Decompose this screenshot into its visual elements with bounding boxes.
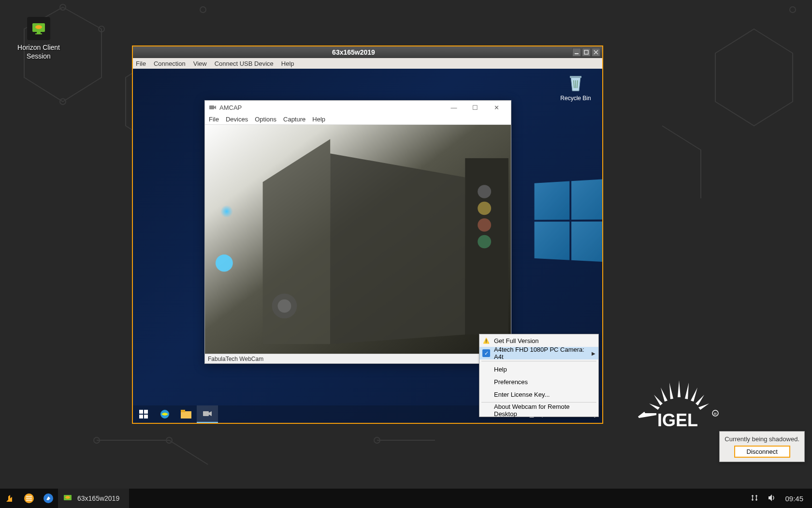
explorer-button[interactable] [175,405,197,423]
shadow-message: Currently being shadowed. [725,435,799,443]
remote-menubar: File Connection View Connect USB Device … [133,58,602,69]
desktop-icon-label: Horizon Client Session [17,43,60,60]
webcam-context-menu: ⚠️ Get Full Version ✓ A4tech FHD 1080P P… [479,334,599,417]
igel-task-remote-session[interactable]: 63x165w2019 [58,489,129,508]
amcap-window: AMCAP — ☐ ✕ File Devices Options Capture… [204,100,511,364]
svg-point-52 [29,500,30,501]
amcap-close[interactable]: ✕ [486,101,507,114]
svg-point-46 [29,496,30,497]
ctx-help[interactable]: Help [479,363,598,375]
svg-point-51 [27,500,28,501]
ctx-preferences[interactable]: Preferences [479,375,598,388]
svg-point-26 [478,202,491,215]
windows-logo [534,177,602,269]
minimize-button[interactable] [572,48,581,57]
svg-point-49 [29,498,30,499]
igel-start-button[interactable] [0,489,19,508]
amcap-video-view [205,125,511,354]
igel-clock[interactable]: 09:45 [785,494,803,503]
menu-help[interactable]: Help [281,60,294,67]
amcap-menu-devices[interactable]: Devices [226,116,248,123]
monitor-cloud-icon [63,493,72,503]
svg-rect-34 [139,415,143,418]
amcap-minimize[interactable]: — [443,101,464,114]
amcap-status-bar: FabulaTech WebCam [205,354,511,363]
svg-point-7 [790,7,796,13]
svg-point-50 [30,498,32,499]
igel-logo: IGEL R [628,375,730,435]
disconnect-button[interactable]: Disconnect [734,446,790,458]
amcap-titlebar[interactable]: AMCAP — ☐ ✕ [205,101,511,114]
svg-rect-16 [584,50,588,54]
recycle-bin-icon [566,74,585,93]
svg-rect-19 [570,76,581,78]
ctx-about[interactable]: About Webcam for Remote Desktop [479,404,598,417]
amcap-maximize[interactable]: ☐ [464,101,486,114]
svg-point-48 [27,498,28,499]
amcap-menu-help[interactable]: Help [312,116,325,123]
svg-point-25 [478,185,491,198]
monitor-cloud-icon [27,17,50,40]
maximize-button[interactable] [582,48,591,57]
menu-view[interactable]: View [193,60,207,67]
svg-rect-39 [203,411,209,416]
svg-rect-32 [139,410,143,414]
shadow-notification: Currently being shadowed. Disconnect [719,431,805,462]
ctx-enter-license[interactable]: Enter License Key... [479,388,598,401]
amcap-app-icon [209,104,217,111]
ctx-camera-item[interactable]: ✓ A4tech FHD 1080P PC Camera: A4t ▶ [479,347,598,359]
amcap-menu-capture[interactable]: Capture [283,116,305,123]
network-icon[interactable] [750,493,759,504]
amcap-task-button[interactable] [197,405,218,423]
svg-point-11 [35,25,42,29]
recycle-bin-label: Recycle Bin [559,95,593,102]
check-icon: ✓ [482,349,490,357]
igel-apps-button[interactable] [19,489,39,508]
remote-title: 63x165w2019 [135,48,572,56]
svg-rect-37 [181,411,191,418]
svg-rect-20 [209,105,214,109]
svg-rect-35 [144,415,148,418]
ctx-separator [481,402,596,403]
svg-text:IGEL: IGEL [657,410,698,430]
svg-rect-9 [37,32,41,33]
close-button[interactable] [592,48,600,57]
recycle-bin[interactable]: Recycle Bin [559,74,593,102]
amcap-menubar: File Devices Options Capture Help [205,114,511,125]
svg-point-47 [30,496,32,497]
ctx-separator [481,361,596,361]
svg-point-45 [27,496,28,497]
horizon-client-session-icon[interactable]: Horizon Client Session [17,17,60,60]
igel-task-label: 63x165w2019 [77,494,119,502]
svg-rect-38 [181,410,185,412]
menu-file[interactable]: File [136,60,146,67]
svg-point-28 [478,235,491,249]
svg-point-31 [216,254,233,271]
amcap-menu-options[interactable]: Options [255,116,276,123]
ctx-get-full-version[interactable]: ⚠️ Get Full Version [479,334,598,347]
remote-titlebar[interactable]: 63x165w2019 [133,46,602,58]
svg-point-53 [30,500,32,501]
svg-rect-33 [144,410,148,414]
svg-rect-10 [35,33,42,34]
svg-point-56 [65,496,70,499]
submenu-arrow-icon: ▶ [592,351,595,356]
warning-icon: ⚠️ [482,337,490,344]
amcap-status-text: FabulaTech WebCam [208,356,263,362]
svg-point-3 [200,7,206,13]
volume-icon[interactable] [768,493,776,504]
ie-button[interactable] [154,405,175,423]
amcap-title: AMCAP [219,104,242,111]
igel-taskbar: 63x165w2019 09:45 [0,489,812,508]
svg-point-30 [278,299,291,313]
svg-text:R: R [714,412,717,416]
svg-marker-23 [330,153,465,344]
menu-connect-usb[interactable]: Connect USB Device [215,60,274,67]
menu-connection[interactable]: Connection [154,60,186,67]
svg-point-27 [478,218,491,232]
amcap-menu-file[interactable]: File [209,116,219,123]
start-button[interactable] [133,405,154,423]
igel-settings-button[interactable] [39,489,58,508]
